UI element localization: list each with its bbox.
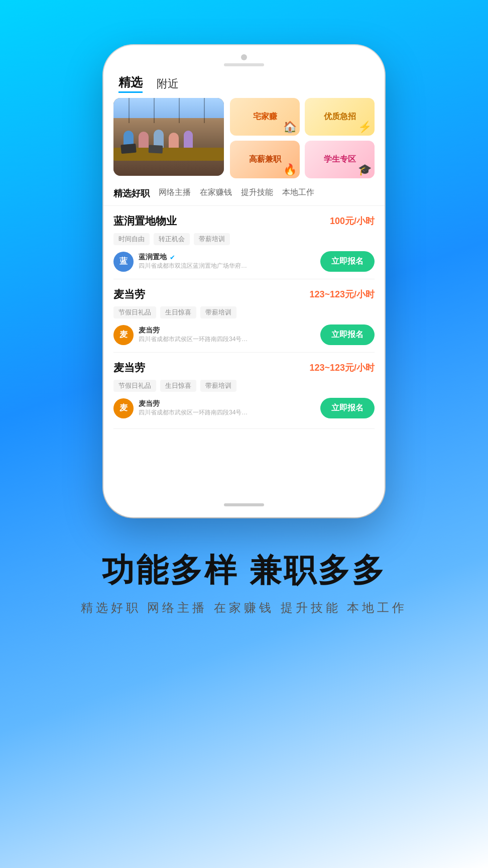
company-info-3: 麦 麦当劳 四川省成都市武侯区一环路南四段34号成... bbox=[113, 398, 320, 418]
banner-cards: 宅家赚 🏠 优质急招 ⚡ 高薪兼职 🔥 bbox=[230, 98, 375, 178]
camera bbox=[241, 54, 247, 60]
card-student-text: 学生专区 bbox=[324, 154, 356, 165]
card-quality[interactable]: 优质急招 ⚡ bbox=[305, 98, 375, 136]
subtitle: 精选好职 网络主播 在家赚钱 提升技能 本地工作 bbox=[81, 600, 408, 616]
banner-area: 宅家赚 🏠 优质急招 ⚡ 高薪兼职 🔥 bbox=[103, 98, 385, 178]
card-salary[interactable]: 高薪兼职 🔥 bbox=[230, 141, 300, 178]
job-footer-1: 蓝 蓝润置地 ✔ 四川省成都市双流区蓝润置地广场华府大... 立即报名 bbox=[113, 251, 375, 272]
company-info-2: 麦 麦当劳 四川省成都市武侯区一环路南四段34号成... bbox=[113, 325, 320, 345]
job-tags-1: 时间自由 转正机会 带薪培训 bbox=[113, 233, 375, 245]
company-name-3: 麦当劳 bbox=[139, 399, 160, 408]
banner-image bbox=[113, 98, 224, 176]
job-header-2: 麦当劳 123~123元/小时 bbox=[113, 287, 375, 301]
apply-btn-1[interactable]: 立即报名 bbox=[320, 251, 375, 272]
job-footer-2: 麦 麦当劳 四川省成都市武侯区一环路南四段34号成... 立即报名 bbox=[113, 324, 375, 345]
tag-2-1: 节假日礼品 bbox=[113, 306, 156, 318]
tag-3-2: 生日惊喜 bbox=[160, 380, 196, 392]
job-salary-3: 123~123元/小时 bbox=[309, 362, 375, 374]
main-title: 功能多样 兼职多多 bbox=[81, 553, 408, 588]
tag-1-3: 带薪培训 bbox=[194, 233, 230, 245]
job-list: 蓝润置地物业 100元/小时 时间自由 转正机会 带薪培训 蓝 bbox=[103, 206, 385, 492]
category-nav: 精选好职 网络主播 在家赚钱 提升技能 本地工作 bbox=[103, 178, 385, 206]
cat-home-earn[interactable]: 在家赚钱 bbox=[200, 185, 241, 201]
job-card-2: 麦当劳 123~123元/小时 节假日礼品 生日惊喜 带薪培训 麦 bbox=[113, 279, 375, 353]
apply-btn-2[interactable]: 立即报名 bbox=[320, 324, 375, 345]
job-card-3: 麦当劳 123~123元/小时 节假日礼品 生日惊喜 带薪培训 麦 bbox=[113, 353, 375, 429]
card-zahome[interactable]: 宅家赚 🏠 bbox=[230, 98, 300, 136]
tab-selected[interactable]: 精选 bbox=[118, 74, 143, 93]
bottom-section: 功能多样 兼职多多 精选好职 网络主播 在家赚钱 提升技能 本地工作 bbox=[51, 553, 438, 656]
company-name-1: 蓝润置地 bbox=[139, 253, 167, 262]
job-tags-3: 节假日礼品 生日惊喜 带薪培训 bbox=[113, 380, 375, 392]
tag-2-3: 带薪培训 bbox=[200, 306, 236, 318]
company-info-1: 蓝 蓝润置地 ✔ 四川省成都市双流区蓝润置地广场华府大... bbox=[113, 252, 320, 272]
verified-badge-1: ✔ bbox=[170, 254, 175, 261]
company-details-3: 麦当劳 四川省成都市武侯区一环路南四段34号成... bbox=[139, 399, 320, 417]
phone-wrapper: 精选 附近 bbox=[98, 40, 390, 522]
tag-1-2: 转正机会 bbox=[154, 233, 190, 245]
job-header-3: 麦当劳 123~123元/小时 bbox=[113, 361, 375, 375]
cat-local[interactable]: 本地工作 bbox=[282, 185, 323, 201]
phone-screen: 精选 附近 bbox=[103, 66, 385, 492]
card-zahome-text: 宅家赚 bbox=[253, 112, 277, 122]
job-footer-3: 麦 麦当劳 四川省成都市武侯区一环路南四段34号成... 立即报名 bbox=[113, 398, 375, 418]
tag-3-3: 带薪培训 bbox=[200, 380, 236, 392]
company-address-2: 四川省成都市武侯区一环路南四段34号成... bbox=[139, 335, 249, 344]
job-card-1: 蓝润置地物业 100元/小时 时间自由 转正机会 带薪培训 蓝 bbox=[113, 206, 375, 279]
company-details-1: 蓝润置地 ✔ 四川省成都市双流区蓝润置地广场华府大... bbox=[139, 253, 320, 270]
phone-top bbox=[103, 45, 385, 66]
job-title-1: 蓝润置地物业 bbox=[113, 214, 177, 228]
job-salary-1: 100元/小时 bbox=[330, 215, 375, 227]
tag-3-1: 节假日礼品 bbox=[113, 380, 156, 392]
phone-frame: 精选 附近 bbox=[103, 45, 385, 517]
tab-nearby[interactable]: 附近 bbox=[157, 76, 179, 91]
job-title-3: 麦当劳 bbox=[113, 361, 145, 375]
company-address-3: 四川省成都市武侯区一环路南四段34号成... bbox=[139, 408, 249, 417]
tag-1-1: 时间自由 bbox=[113, 233, 150, 245]
job-salary-2: 123~123元/小时 bbox=[309, 288, 375, 300]
cat-streamer[interactable]: 网络主播 bbox=[159, 185, 200, 201]
company-avatar-2: 麦 bbox=[113, 325, 134, 345]
cat-selected[interactable]: 精选好职 bbox=[113, 185, 159, 201]
job-title-2: 麦当劳 bbox=[113, 287, 145, 301]
apply-btn-3[interactable]: 立即报名 bbox=[320, 398, 375, 418]
home-indicator bbox=[224, 503, 264, 506]
company-address-1: 四川省成都市双流区蓝润置地广场华府大... bbox=[139, 262, 249, 270]
card-salary-text: 高薪兼职 bbox=[249, 154, 281, 165]
job-tags-2: 节假日礼品 生日惊喜 带薪培训 bbox=[113, 306, 375, 318]
company-avatar-3: 麦 bbox=[113, 398, 134, 418]
phone-bottom bbox=[103, 492, 385, 517]
card-quality-text: 优质急招 bbox=[324, 112, 356, 122]
company-details-2: 麦当劳 四川省成都市武侯区一环路南四段34号成... bbox=[139, 326, 320, 344]
card-student[interactable]: 学生专区 🎓 bbox=[305, 141, 375, 178]
company-name-2: 麦当劳 bbox=[139, 326, 160, 335]
tag-2-2: 生日惊喜 bbox=[160, 306, 196, 318]
tabs-bar: 精选 附近 bbox=[103, 66, 385, 98]
company-avatar-1: 蓝 bbox=[113, 252, 134, 272]
job-header-1: 蓝润置地物业 100元/小时 bbox=[113, 214, 375, 228]
cat-skills[interactable]: 提升技能 bbox=[241, 185, 282, 201]
